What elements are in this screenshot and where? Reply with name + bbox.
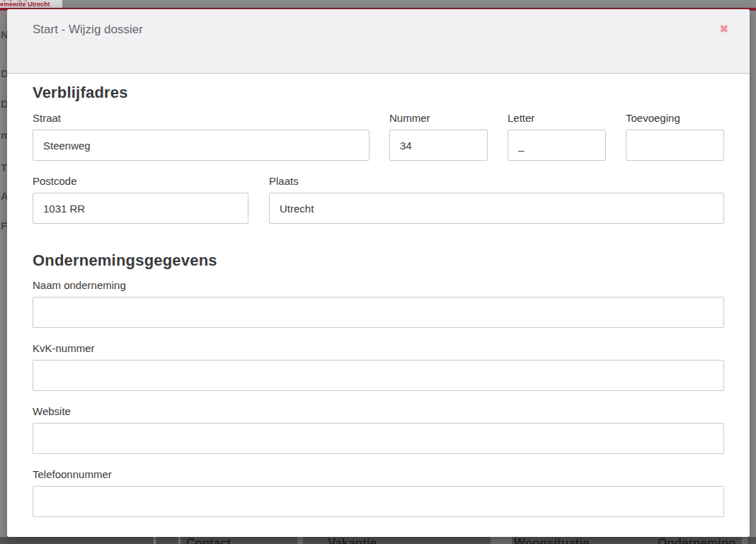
website-input[interactable] [33,423,724,454]
background-page-header: ∿∿ ∿∿ Gemeente Utrecht [0,0,62,8]
page: { "page": { "overlay_color": "#8b8b8d" }… [0,0,756,544]
straat-input[interactable] [33,130,370,161]
background-table-header: Vakantie [328,537,377,544]
background-table-header: Onderneming [658,537,736,544]
naam-onderneming-label: Naam onderneming [33,279,724,292]
postcode-input[interactable] [33,193,248,224]
telefoonnummer-input[interactable] [33,486,724,517]
plaats-label: Plaats [269,175,724,188]
address-row-2: Postcode Plaats [33,175,724,238]
telefoonnummer-label: Telefoonnummer [33,468,724,481]
dialog-title: Start - Wijzig dossier [33,23,143,37]
close-button[interactable]: ✖ [718,22,730,35]
dialog-header: Start - Wijzig dossier ✖ [7,9,750,74]
kvk-nummer-input[interactable] [33,360,724,391]
naam-onderneming-input[interactable] [33,297,724,328]
nummer-label: Nummer [389,112,488,125]
dialog-body: Verblijfadres Straat Nummer Letter Toevo… [7,74,750,517]
background-column-divider [154,537,156,544]
plaats-input[interactable] [269,193,724,224]
close-icon: ✖ [719,23,728,35]
section-title-ondernemingsgegevens: Ondernemingsgegevens [33,251,724,269]
section-title-verblijfadres: Verblijfadres [33,84,724,101]
postcode-label: Postcode [33,175,248,188]
background-table-header: Contact [186,537,231,544]
background-column-gap [742,537,748,544]
letter-label: Letter [508,112,606,125]
background-table-header: Woonsituatie [514,537,589,544]
background-text-fragment: F [1,220,7,232]
background-column-gap [491,537,512,544]
background-column-gap [297,537,303,544]
kvk-nummer-label: KvK-nummer [33,342,724,355]
toevoeging-input[interactable] [626,130,724,161]
background-table-header-row: ContactVakantieWoonsituatieOnderneming [0,537,756,544]
background-column-divider [178,537,181,544]
straat-label: Straat [33,112,370,125]
letter-input[interactable] [508,130,606,161]
website-label: Website [33,405,724,418]
toevoeging-label: Toevoeging [626,112,724,125]
address-row-1: Straat Nummer Letter Toevoeging [33,112,724,175]
wijzig-dossier-dialog: Start - Wijzig dossier ✖ Verblijfadres S… [7,9,750,537]
background-text-fragment: T [1,162,7,174]
nummer-input[interactable] [389,130,488,161]
gemeente-utrecht-wordmark: Gemeente Utrecht [0,1,50,8]
